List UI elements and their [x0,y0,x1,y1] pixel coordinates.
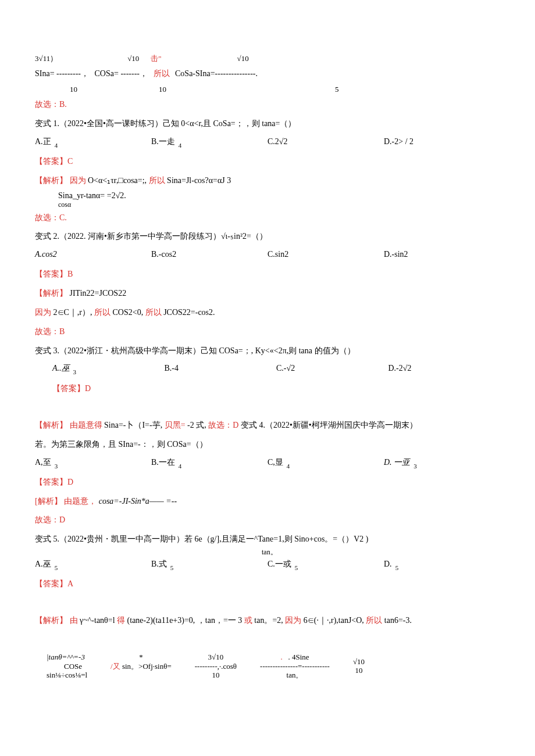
answer-3: 【答案】D [52,380,500,398]
opt-3d: D.-2√2 [388,363,412,374]
an1-r1: 因为 [70,176,86,185]
options-2: A.cos2 B.-cos2 C.sin2 D.-sin2 [35,249,500,260]
frac-1-num: 3√11） [35,55,58,63]
opt-4d-sub: 3 [413,462,417,470]
bottom-grid: |tanθ=^^=-3 COSe sin⅛÷cos⅛=l * /又 sin。>O… [35,653,500,680]
an1-r2: 所以 [149,176,165,185]
bc1c: sin⅛÷cos⅛=l [47,671,87,680]
opt-2c: C.sin2 [268,249,288,260]
opt-1d: D.-2> / 2 [384,137,413,147]
analysis-2: 【解析】 JITin22=JCOS22 [35,285,500,303]
bc5a: √10 [353,657,365,667]
bc2c [140,671,142,680]
indent-1-b: cosα [58,200,71,209]
frac-2-top: √10 [127,55,139,63]
answer-1: 【答案】C [35,153,500,171]
bc2b2: sin。>Ofj·sinθ= [122,662,172,671]
bc3a: 3√10 [208,653,224,662]
opt-5b-sub: 5 [170,564,174,572]
an1-b2: Sina=Jl-cos?α=αJ 3 [167,176,231,185]
opt-1b: B.一走 [151,137,175,147]
an2-label: 【解析】 [35,289,67,298]
options-1: A.正4 B.一走4 C.2√2 D.-2> / 2 [35,137,500,147]
an5-b1: γ~^-tanθ=l [80,616,115,625]
opt-4c-sub: 4 [287,462,290,470]
bc4b: ---------------=----------- [260,662,330,671]
opt-3c: C.-√2 [276,363,295,374]
opt-2a: A.cos2 [35,249,57,260]
analysis-5: 【解析】 由 γ~^-tanθ=l 得 (tane-2)(ta11e+3)=0,… [35,612,500,630]
frac-2-den: 10 [159,85,166,94]
an5-b4: 6∈(·｜·,r),tanJ<O, [304,616,364,625]
an5-r5: 所以 [366,616,382,625]
bc3b: ---------,·.cosθ [195,662,237,671]
an3-r2: 由题意得 [70,421,102,429]
an4-label: [解析】 [35,497,62,506]
choose-c: 故选：C. [35,209,500,227]
l2-r1: 因为 [35,308,51,317]
bc4a: . 4Sine [288,653,309,661]
indent-1: Sina_yr-tanα= =2√2. cosα [58,191,500,209]
bc2b: /又 [110,662,120,671]
opt-5a: A.巫 [35,559,51,569]
top-fraction-denom: 10 10 5 [35,85,500,94]
options-5: A.巫5 B.式5 C.一或5 D.5 [35,559,500,569]
bc1b: COSe [64,662,82,671]
an5-r3: 或 [244,616,252,625]
analysis-4: [解析】 由题意， cosa=-JI-Sin*a—— =-- [35,493,500,511]
opt-2d: D.-sin2 [384,249,408,260]
indent-1-a: Sina_yr-tanα= =2√2. [58,191,126,200]
top-fraction-row: 3√11） √10 击" √10 [35,55,500,63]
opt-5c: C.一或 [268,559,291,569]
variant-2: 变式 2.（2022. 河南•新乡市第一中学高一阶段练习）√ι-₅in²2=（） [35,228,500,246]
bc4a-wrap: . . 4Sine [280,653,309,662]
eq-1: SIna= ---------， [35,69,89,78]
an3-b1: Sina=-卜（I=-芋, [104,421,162,429]
an5-b5: tan6=-3. [384,616,412,625]
an3-b2: -2 式, [187,421,206,429]
choose-d: 故选：D [35,511,500,529]
an4-b: cosa=-JI-Sin*a—— =-- [99,497,177,506]
an1-b1: O<α<₁τr,□cosa=;, [88,176,147,185]
frac-4-num: √10 [237,55,249,63]
opt-2b: B.-cos2 [151,249,176,260]
an4-r: 由题意， [64,497,97,506]
opt-5b: B.式 [151,559,167,569]
answer-5: 【答案】A [35,575,500,593]
opt-4d: D. 一亚 [384,457,410,468]
v5-sub: tan。 [262,550,500,556]
eq-3-red: 所以 [154,69,170,78]
options-3: A..巫3 B.-4 C.-√2 D.-2√2 [52,363,500,374]
bc1a: |tanθ=^^=-3 [47,653,85,662]
top-line-middle: SIna= ---------， COSa= -------， 所以 CoSa-… [35,65,500,83]
opt-4a: A,至 [35,457,51,468]
opt-1c: C.2√2 [268,137,288,147]
frac-3-red: 击" [151,55,161,63]
opt-3a-sub: 3 [73,368,77,376]
options-4: A,至3 B.一在4 C,显4 D. 一亚3 [35,457,500,468]
opt-5d-sub: 5 [395,564,399,572]
frac-1-den: 10 [70,85,77,94]
frac-1-top: 3√11） [35,55,58,63]
analysis-1: 【解析】 因为 O<α<₁τr,□cosa=;, 所以 Sina=Jl-cos?… [35,172,500,190]
opt-4b: B.一在 [151,457,175,468]
opt-5a-sub: 5 [55,564,58,572]
opt-5d: D. [384,559,392,569]
an5-b2: (tane-2)(ta11e+3)=0, ，tan，=一 3 [127,616,242,625]
bc5c: 10 [355,666,363,675]
an5-r2: 得 [117,616,125,625]
bc4a-dot: . [280,653,282,661]
an1-label: 【解析】 [35,176,67,185]
frac-4-den: 5 [335,85,339,94]
choose-b0: 故选：B. [35,96,500,114]
bc2b-wrap: /又 sin。>Ofj·sinθ= [110,662,172,671]
l2-b3: JCOS22=-cos2. [163,308,215,317]
an5-b3: tan。=2, [254,616,283,625]
answer-2: 【答案】B [35,266,500,284]
line-2: 因为 2∈C｜,r）, 所以 COS2<0, 所以 JCOS22=-cos2. [35,304,500,322]
eq-4: CoSa-SIna=---------------. [175,69,258,78]
l2-b2: COS2<0, [113,308,144,317]
opt-3b: B.-4 [165,363,179,374]
opt-5c-sub: 5 [295,564,298,572]
opt-3a: A..巫 [52,363,70,374]
